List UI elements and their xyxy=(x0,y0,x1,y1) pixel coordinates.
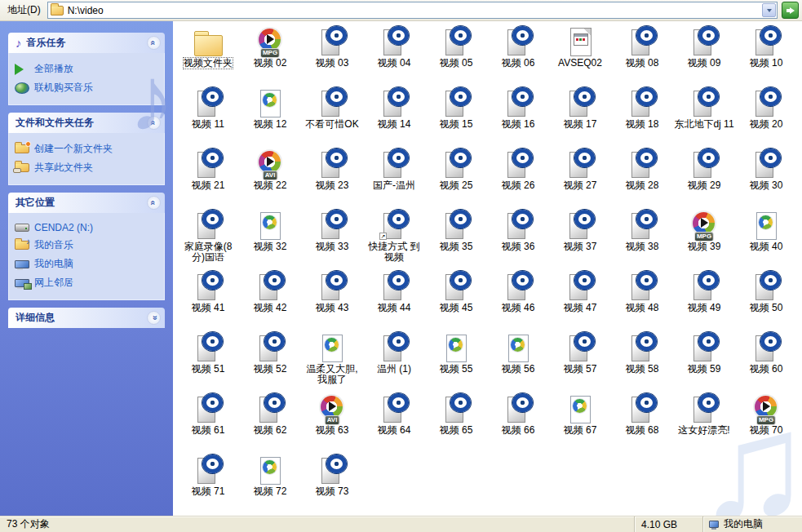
file-item[interactable]: 视频 17 xyxy=(549,87,611,149)
file-name: 视频 52 xyxy=(254,364,287,375)
file-item[interactable]: 东北地下dj 11 xyxy=(673,87,735,149)
file-item[interactable]: 视频 56 xyxy=(487,332,549,393)
file-item[interactable]: 视频 66 xyxy=(487,393,549,454)
task-item[interactable]: 全部播放 xyxy=(13,60,162,78)
file-item[interactable]: 视频 72 xyxy=(239,454,301,516)
file-item[interactable]: 视频 35 xyxy=(425,210,487,271)
file-item[interactable]: 家庭录像(8分)国语 xyxy=(177,210,239,271)
task-item[interactable]: 共享此文件夹 xyxy=(13,158,162,177)
file-item[interactable]: 视频 10 xyxy=(735,26,797,87)
file-item[interactable]: 视频 28 xyxy=(611,149,673,210)
file-item[interactable]: 视频 05 xyxy=(425,26,487,87)
file-name: 视频 65 xyxy=(440,425,473,436)
file-item[interactable]: 视频 06 xyxy=(487,26,549,87)
file-item[interactable]: 视频 14 xyxy=(363,87,425,149)
go-button[interactable] xyxy=(782,2,799,19)
chevron-up-icon[interactable] xyxy=(147,196,161,210)
file-item[interactable]: 视频 12 xyxy=(239,87,301,149)
file-item[interactable]: 视频 36 xyxy=(487,210,549,271)
file-item[interactable]: 视频 18 xyxy=(611,87,673,149)
file-item[interactable]: AVI 视频 22 xyxy=(239,149,301,210)
file-item[interactable]: 视频 59 xyxy=(673,332,735,393)
file-item[interactable]: 视频 25 xyxy=(425,149,487,210)
address-input[interactable]: N:\video xyxy=(47,2,778,19)
task-item[interactable]: 联机购买音乐 xyxy=(13,78,162,97)
file-item[interactable]: 不看可惜OK xyxy=(301,87,363,149)
file-item[interactable]: AVI 视频 63 xyxy=(301,393,363,454)
chevron-down-icon[interactable] xyxy=(147,311,161,325)
file-item[interactable]: 视频 67 xyxy=(549,393,611,454)
task-item[interactable]: 我的电脑 xyxy=(13,255,162,273)
file-item[interactable]: 视频 08 xyxy=(611,26,673,87)
file-item[interactable]: 快捷方式 到 视频 xyxy=(363,210,425,271)
task-item[interactable]: 网上邻居 xyxy=(13,273,162,292)
wmp-file-icon xyxy=(254,454,286,485)
file-item[interactable]: 视频 15 xyxy=(425,87,487,149)
file-item[interactable]: 视频 42 xyxy=(239,271,301,332)
file-item[interactable]: 视频 64 xyxy=(363,393,425,454)
file-item[interactable]: 视频 09 xyxy=(673,26,735,87)
file-item[interactable]: MPG 视频 02 xyxy=(239,26,301,87)
file-item[interactable]: 视频 11 xyxy=(177,87,239,149)
file-item[interactable]: 视频 49 xyxy=(673,271,735,332)
file-item[interactable]: 视频 61 xyxy=(177,393,239,454)
file-item[interactable]: AVSEQ02 xyxy=(549,26,611,87)
file-item[interactable]: 视频 57 xyxy=(549,332,611,393)
file-item[interactable]: 视频 62 xyxy=(239,393,301,454)
file-item[interactable]: 视频 27 xyxy=(549,149,611,210)
file-item[interactable]: 视频 37 xyxy=(549,210,611,271)
file-item[interactable]: 这女好漂亮! xyxy=(673,393,735,454)
file-item[interactable]: 视频 30 xyxy=(735,149,797,210)
panel-header-music-tasks[interactable]: 音乐任务 xyxy=(8,33,165,53)
file-item[interactable]: 温柔又大胆,我服了 xyxy=(301,332,363,393)
file-item[interactable]: 视频 29 xyxy=(673,149,735,210)
panel-body-music-tasks: 全部播放 联机购买音乐 xyxy=(8,53,165,105)
file-item[interactable]: 视频 68 xyxy=(611,393,673,454)
file-item[interactable]: 视频 50 xyxy=(735,271,797,332)
real-file-icon xyxy=(254,393,286,424)
file-item[interactable]: 视频 71 xyxy=(177,454,239,516)
file-item[interactable]: 视频 26 xyxy=(487,149,549,210)
file-item[interactable]: 视频 16 xyxy=(487,87,549,149)
file-item[interactable]: 视频 52 xyxy=(239,332,301,393)
file-item[interactable]: 视频 47 xyxy=(549,271,611,332)
file-item[interactable]: 视频 23 xyxy=(301,149,363,210)
task-item[interactable]: CENDA2 (N:) xyxy=(13,219,162,236)
file-item[interactable]: MPG 视频 70 xyxy=(735,393,797,454)
panel-header-details[interactable]: 详细信息 xyxy=(8,308,165,328)
file-item[interactable]: 视频 43 xyxy=(301,271,363,332)
file-item[interactable]: 视频 32 xyxy=(239,210,301,271)
file-item[interactable]: 视频 40 xyxy=(735,210,797,271)
file-name: 视频 45 xyxy=(440,303,473,313)
file-item[interactable]: 温州 (1) xyxy=(363,332,425,393)
chevron-up-icon[interactable] xyxy=(147,36,161,50)
real-file-icon xyxy=(750,332,782,363)
file-item[interactable]: 国产-温州 xyxy=(363,149,425,210)
panel-header-file-tasks[interactable]: 文件和文件夹任务 xyxy=(8,113,165,133)
file-item[interactable]: 视频 38 xyxy=(611,210,673,271)
file-item[interactable]: 视频 20 xyxy=(735,87,797,149)
file-item[interactable]: 视频 73 xyxy=(301,454,363,516)
file-item[interactable]: 视频 03 xyxy=(301,26,363,87)
file-item[interactable]: 视频 33 xyxy=(301,210,363,271)
file-item[interactable]: 视频 58 xyxy=(611,332,673,393)
file-item[interactable]: 视频 51 xyxy=(177,332,239,393)
file-item[interactable]: 视频 45 xyxy=(425,271,487,332)
file-item[interactable]: 视频 04 xyxy=(363,26,425,87)
file-item[interactable]: 视频 46 xyxy=(487,271,549,332)
location-label: 我的电脑 xyxy=(724,517,763,531)
file-item[interactable]: 视频 21 xyxy=(177,149,239,210)
file-item[interactable]: MPG 视频 39 xyxy=(673,210,735,271)
file-item[interactable]: 视频文件夹 xyxy=(177,26,239,87)
chevron-down-icon[interactable] xyxy=(762,3,776,17)
file-item[interactable]: 视频 41 xyxy=(177,271,239,332)
file-item[interactable]: 视频 60 xyxy=(735,332,797,393)
file-item[interactable]: 视频 48 xyxy=(611,271,673,332)
file-item[interactable]: 视频 44 xyxy=(363,271,425,332)
chevron-up-icon[interactable] xyxy=(147,116,161,130)
task-item[interactable]: 我的音乐 xyxy=(13,236,162,255)
task-item[interactable]: 创建一个新文件夹 xyxy=(13,140,162,158)
panel-header-other-places[interactable]: 其它位置 xyxy=(8,193,165,213)
file-item[interactable]: 视频 55 xyxy=(425,332,487,393)
file-item[interactable]: 视频 65 xyxy=(425,393,487,454)
